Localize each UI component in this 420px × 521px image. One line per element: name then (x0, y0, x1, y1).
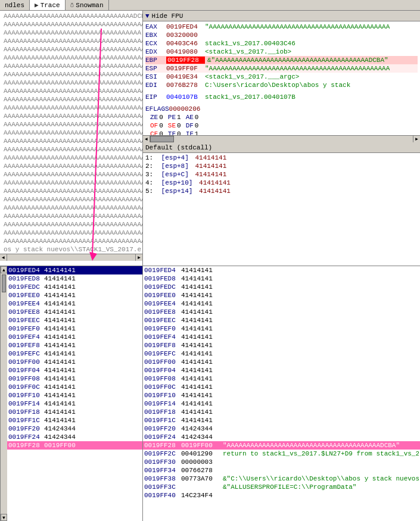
scroll-right-btn[interactable]: ► (135, 254, 142, 261)
mem-row-0[interactable]: 0019FED4 41414141 (7, 266, 142, 274)
stdcall-row-2: 2: [esp+8] 41414141 (145, 162, 418, 170)
disasm-row: AAAAAAAAAAAAAAAAAAAAAAAAAAAAAAAAAAAAAAAA (0, 79, 142, 87)
mem-row-3[interactable]: 0019FEE0 41414141 (7, 291, 142, 300)
registers-horiz-scroll[interactable]: ◄ ► (143, 135, 420, 142)
mem-row-15[interactable]: 0019FF10 41414141 (7, 391, 142, 400)
memory-vert-scroll[interactable]: ▲ ▼ (0, 266, 7, 521)
stack-row-11[interactable]: 0019FF00 41414141 (143, 358, 420, 366)
reg-scroll-right[interactable]: ► (413, 136, 420, 142)
disasm-row: AAAAAAAAAAAAAAAAAAAAAAAAAAAAAAAAAAAAAAAA (0, 112, 142, 120)
trace-icon: ▶ (35, 1, 39, 9)
reg-scroll-left[interactable]: ◄ (143, 136, 150, 142)
stack-row-6[interactable]: 0019FEEC 41414141 (143, 316, 420, 325)
right-panel: ▼ Hide FPU EAX 0019FED4 "AAAAAAAAAAAAAAA… (143, 11, 420, 266)
disasm-row: AAAAAAAAAAAAAAAAAAAAAAAAAAAAAAAAAAAAAA (0, 220, 142, 229)
stack-row-22[interactable]: 0019FF2C 00401290 return to stack1_vs_20… (143, 450, 420, 458)
scroll-down-btn[interactable]: ▼ (1, 514, 7, 521)
stack-row-15[interactable]: 0019FF10 41414141 (143, 391, 420, 400)
stack-row-26[interactable]: 0019FF3C &"ALLUSERSPROFILE=C:\\ProgramDa… (143, 483, 420, 491)
mem-row-4[interactable]: 0019FEE4 41414141 (7, 300, 142, 308)
triangle-icon: ▼ (145, 13, 150, 20)
tab-bar[interactable]: ndles ▶ Trace ☃ Snowman (0, 0, 420, 11)
esp-row: ESP 0019FF0F "AAAAAAAAAAAAAAAAAAAAAAAAAA… (145, 64, 418, 73)
scroll-track[interactable] (1, 273, 7, 514)
stack-row-10[interactable]: 0019FEFC 41414141 (143, 350, 420, 358)
stack-row-0[interactable]: 0019FED4 41414141 (143, 266, 420, 274)
disasm-horiz-scroll[interactable]: ◄ ► (0, 254, 142, 261)
mem-row-19[interactable]: 0019FF20 41424344 (7, 425, 142, 433)
stack-row-23[interactable]: 0019FF30 00000003 (143, 458, 420, 466)
mem-row-16[interactable]: 0019FF14 41414141 (7, 400, 142, 408)
disasm-area[interactable]: AAAAAAAAAAAAAAAAAAAAAAAAAAAAAAAAADCB AAA… (0, 11, 142, 266)
memory-area[interactable]: 0019FED4 41414141 0019FED8 41414141 0019… (7, 266, 142, 521)
mem-row-8[interactable]: 0019FEF4 41414141 (7, 333, 142, 341)
main-area: AAAAAAAAAAAAAAAAAAAAAAAAAAAAAAAAADCB AAA… (0, 11, 420, 266)
mem-row-11[interactable]: 0019FF00 41414141 (7, 358, 142, 366)
disasm-row: os y stack nuevos\\STACK1_VS_2017.e (0, 245, 142, 254)
snowman-icon: ☃ (70, 1, 74, 9)
tab-ndles[interactable]: ndles (0, 0, 30, 10)
mem-row-5[interactable]: 0019FEE8 41414141 (7, 308, 142, 316)
disasm-row: AAAAAAAAAAAAAAAAAAAAAAAAAAAAAAAAAAAAAAAA (0, 179, 142, 187)
edx-row: EDX 00419080 <stack1_vs_2017.__iob> (145, 48, 418, 56)
mem-row-12[interactable]: 0019FF04 41414141 (7, 366, 142, 375)
disasm-row: AAAAAAAAAAAAAAAAAAAAAAAAAAAAAAAAAAAAAAAA (0, 129, 142, 137)
stack-content[interactable]: 0019FED4 41414141 0019FED8 41414141 0019… (143, 266, 420, 521)
esi-row: ESI 00419E34 <stack1_vs_2017.___argc> (145, 73, 418, 81)
stack-row-20[interactable]: 0019FF24 41424344 (143, 433, 420, 441)
disasm-row: AAAAAAAAAAAAAAAAAAAAAAAAAAAAAAAAAAAAA (0, 45, 142, 54)
scroll-up-btn[interactable]: ▲ (1, 266, 7, 273)
stack-row-18[interactable]: 0019FF1C 41414141 (143, 416, 420, 425)
disasm-row: AAAAAAAAAAAAAAAAAAAAAAAAAAAAAAAAAAAAAAAA (0, 145, 142, 154)
mem-row-1[interactable]: 0019FED8 41414141 (7, 274, 142, 283)
stack-row-25[interactable]: 0019FF38 00773A70 &"C:\\Users\\ricardo\\… (143, 475, 420, 483)
disasm-row: AAAAAAAAAAAAAAAAAAAAAAAAAAAAAAAAAAAAAAAA (0, 237, 142, 245)
stdcall-row-4: 4: [esp+10] 41414141 (145, 179, 418, 187)
mem-row-18[interactable]: 0019FF1C 41414141 (7, 416, 142, 425)
mem-row-9[interactable]: 0019FEF8 41414141 (7, 341, 142, 350)
stack-row-16[interactable]: 0019FF14 41414141 (143, 400, 420, 408)
scroll-thumb[interactable] (2, 274, 6, 292)
disasm-row: AAAAAAAAAAAAAAAAAAAAAAAAAAAAAAAAAAAAAAAA (0, 137, 142, 145)
mem-row-6[interactable]: 0019FEEC 41414141 (7, 316, 142, 325)
stack-row-19[interactable]: 0019FF20 41424344 (143, 425, 420, 433)
stack-row-21[interactable]: 0019FF28 0019FF00 "AAAAAAAAAAAAAAAAAAAAA… (143, 441, 420, 450)
mem-row-17[interactable]: 0019FF18 41414141 (7, 408, 142, 416)
tab-snowman[interactable]: ☃ Snowman (66, 0, 109, 10)
fpu-header-text: Hide FPU (152, 13, 183, 20)
stack-row-27[interactable]: 0019FF40 14C234F4 (143, 491, 420, 500)
disasm-row: AAAAAAAAAAAAAAAAAAAAAAAAAAAAAAAAAAAA (0, 204, 142, 212)
stdcall-row-5: 5: [esp+14] 41414141 (145, 187, 418, 195)
ebx-row: EBX 00320000 (145, 31, 418, 39)
stack-row-3[interactable]: 0019FEE0 41414141 (143, 291, 420, 300)
mem-row-2[interactable]: 0019FEDC 41414141 (7, 283, 142, 291)
mem-row-14[interactable]: 0019FF0C 41414141 (7, 383, 142, 391)
mem-row-21[interactable]: 0019FF28 0019FF00 (7, 441, 142, 450)
stack-row-9[interactable]: 0019FEF8 41414141 (143, 341, 420, 350)
stack-row-24[interactable]: 0019FF34 00766278 (143, 466, 420, 475)
mem-row-7[interactable]: 0019FEF0 41414141 (7, 325, 142, 333)
fpu-header[interactable]: ▼ Hide FPU (143, 11, 420, 21)
stack-row-2[interactable]: 0019FEDC 41414141 (143, 283, 420, 291)
stack-row-13[interactable]: 0019FF08 41414141 (143, 375, 420, 383)
disasm-row: AAAAAAAAAAAAAAAAAAAAAAAAAAAAAAAAAAAAAAAA (0, 104, 142, 112)
stack-row-12[interactable]: 0019FF04 41414141 (143, 366, 420, 375)
registers-area[interactable]: EAX 0019FED4 "AAAAAAAAAAAAAAAAAAAAAAAAAA… (143, 21, 420, 135)
stack-row-8[interactable]: 0019FEF4 41414141 (143, 333, 420, 341)
bottom-area: ▲ ▼ 0019FED4 41414141 0019FED8 41414141 … (0, 266, 420, 521)
stack-row-5[interactable]: 0019FEE8 41414141 (143, 308, 420, 316)
stack-row-14[interactable]: 0019FF0C 41414141 (143, 383, 420, 391)
mem-row-13[interactable]: 0019FF08 41414141 (7, 375, 142, 383)
mem-row-20[interactable]: 0019FF24 41424344 (7, 433, 142, 441)
disasm-row: AAAAAAAAAAAAAAAAAAAAAAAAAAAAAAAAAAAAA (0, 20, 142, 29)
disasm-row: AAAAAAAAAAAAAAAAAAAAAAAAAAAAAAAAAAAAAA (0, 95, 142, 104)
disasm-row: AAAAAAAAAAAAAAAAAAAAAAAAAAAAAAAAAAAAAAAA (0, 154, 142, 162)
stack-row-1[interactable]: 0019FED8 41414141 (143, 274, 420, 283)
stdcall-row-1: 1: [esp+4] 41414141 (145, 154, 418, 162)
stack-row-7[interactable]: 0019FEF0 41414141 (143, 325, 420, 333)
mem-row-10[interactable]: 0019FEFC 41414141 (7, 350, 142, 358)
scroll-left-btn[interactable]: ◄ (0, 254, 7, 261)
stack-row-4[interactable]: 0019FEE4 41414141 (143, 300, 420, 308)
tab-trace[interactable]: ▶ Trace (30, 0, 66, 10)
stack-row-17[interactable]: 0019FF18 41414141 (143, 408, 420, 416)
